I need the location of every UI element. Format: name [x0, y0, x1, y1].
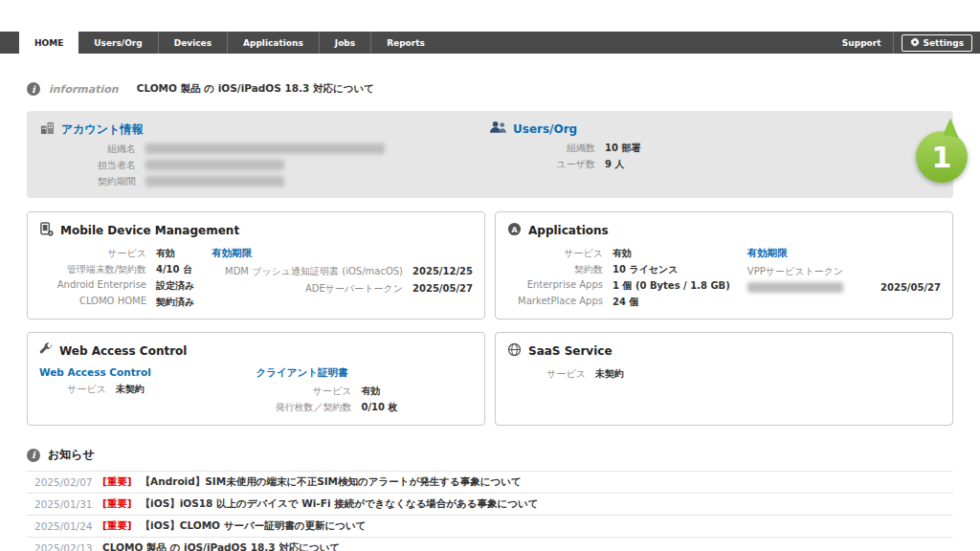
mdm-expiry-section: 有効期限 MDM プッシュ通知証明書 (iOS/macOS) 2025/12/2… [212, 247, 473, 309]
announcement-row[interactable]: 2025/02/13 CLOMO 製品 の iOS/iPadOS 18.3 対応… [27, 538, 953, 551]
top-navbar: HOME Users/Org Devices Applications Jobs… [0, 32, 980, 54]
clomo-home-dashboard: HOME Users/Org Devices Applications Jobs… [0, 32, 980, 551]
information-text[interactable]: CLOMO 製品 の iOS/iPadOS 18.3 対応について [137, 82, 374, 96]
apps-expiry-title: 有効期限 [747, 247, 941, 260]
saas-rows: サービス 未契約 [532, 367, 941, 381]
field-label: 契約期間 [78, 175, 136, 188]
applications-card: A Applications サービス 有効 契約数 10 ライセンス Ente… [495, 211, 953, 320]
apps-marketplace-value: 24 個 [612, 296, 730, 309]
announcements-section: i お知らせ 2025/02/07 [重要] 【Android】SIM未使用の端… [27, 447, 953, 551]
support-link[interactable]: Support [831, 32, 894, 54]
settings-button[interactable]: Settings [902, 34, 972, 52]
gear-icon [910, 37, 920, 49]
tab-applications[interactable]: Applications [227, 32, 319, 54]
apps-expiry-section: 有効期限 VPPサービストークン 2025/05/27 [747, 247, 941, 309]
field-label: Android Enterprise [39, 279, 146, 293]
info-icon: i [27, 449, 40, 462]
cert-service-value: 有効 [362, 385, 474, 398]
announcement-row[interactable]: 2025/01/24 [重要] 【iOS】CLOMO サーバー証明書の更新につい… [27, 516, 953, 538]
mdm-service-value: 有効 [156, 247, 194, 260]
announcement-date: 2025/01/24 [34, 520, 94, 532]
applications-rows: サービス 有効 契約数 10 ライセンス Enterprise Apps 1 個… [507, 247, 730, 309]
tab-users-org[interactable]: Users/Org [78, 32, 157, 54]
step-1-callout: 1 [916, 131, 968, 183]
web-access-control-card: Web Access Control Web Access Control サー… [27, 332, 485, 426]
information-label: information [49, 83, 119, 96]
field-label: 契約数 [507, 263, 603, 276]
announcement-row[interactable]: 2025/01/31 [重要] 【iOS】iOS18 以上のデバイスで Wi-F… [27, 494, 953, 516]
nav-tabs: HOME Users/Org Devices Applications Jobs… [19, 32, 440, 54]
users-icon [490, 121, 506, 137]
redacted-org-name [145, 143, 490, 156]
info-icon: i [27, 82, 40, 96]
tab-home[interactable]: HOME [19, 32, 78, 54]
field-label: サービス [53, 383, 106, 396]
cards-row-2: Web Access Control Web Access Control サー… [27, 332, 953, 426]
settings-label: Settings [924, 38, 964, 48]
announcement-title: 【iOS】CLOMO サーバー証明書の更新について [141, 519, 367, 533]
redacted-contract-period [145, 175, 490, 188]
step-number: 1 [932, 141, 952, 174]
wac-left-link[interactable]: Web Access Control [39, 366, 256, 378]
important-badge: [重要] [102, 519, 132, 533]
announcements-title: お知らせ [48, 447, 95, 463]
field-label: サービス [507, 247, 603, 260]
mdm-card: Mobile Device Management サービス 有効 管理端末数/契… [27, 211, 485, 320]
mdm-home-value: 契約済み [156, 296, 194, 309]
field-label: サービス [532, 367, 586, 381]
cert-issued-value: 0/10 枚 [362, 401, 474, 414]
field-label: 組織名 [78, 143, 136, 156]
cards-row-1: Mobile Device Management サービス 有効 管理端末数/契… [27, 211, 953, 320]
announcements-header: i お知らせ [27, 447, 953, 463]
expiry-row: ADEサーバートークン 2025/05/27 [212, 282, 473, 296]
saas-service-value: 未契約 [595, 367, 941, 381]
mdm-devices-value: 4/10 台 [156, 263, 194, 276]
announcement-title: 【iOS】iOS18 以上のデバイスで Wi-Fi 接続ができなくなる場合がある… [141, 497, 539, 511]
tab-reports[interactable]: Reports [370, 32, 440, 54]
nav-right: Support Settings [831, 32, 972, 54]
saas-title-text: SaaS Service [528, 344, 612, 358]
user-count-value: 9 人 [605, 158, 940, 171]
mdm-title-text: Mobile Device Management [60, 224, 239, 237]
field-label: ユーザ数 [538, 158, 595, 171]
redacted-contact-name [145, 159, 490, 172]
important-badge: [重要] [102, 475, 132, 489]
wrench-icon [39, 342, 53, 359]
users-org-section: Users/Org 組織数 10 部署 ユーザ数 9 人 [490, 121, 940, 188]
vpp-token-date: 2025/05/27 [880, 282, 941, 293]
client-cert-rows: サービス 有効 発行枚数／契約数 0/10 枚 [256, 385, 474, 414]
main-content: i information CLOMO 製品 の iOS/iPadOS 18.3… [0, 54, 980, 551]
field-label: MDM プッシュ通知証明書 (iOS/macOS) [212, 265, 403, 278]
org-count-value: 10 部署 [605, 142, 940, 155]
announcement-date: 2025/02/07 [34, 476, 94, 488]
saas-card-title: SaaS Service [507, 342, 941, 360]
field-label: 組織数 [538, 142, 595, 155]
wac-card-title: Web Access Control [39, 342, 473, 359]
account-info-title[interactable]: アカウント情報 [40, 121, 490, 138]
announcement-row[interactable]: 2025/02/07 [重要] 【Android】SIM未使用の端末に不正SIM… [27, 472, 953, 494]
field-label: ADEサーバートークン [212, 282, 403, 296]
mdm-ade-token-date: 2025/05/27 [412, 283, 473, 294]
saas-service-card: SaaS Service サービス 未契約 [495, 332, 953, 426]
announcement-date: 2025/02/13 [34, 542, 94, 551]
client-cert-link[interactable]: クライアント証明書 [256, 366, 474, 380]
wac-title-text: Web Access Control [59, 344, 187, 358]
announcement-title: CLOMO 製品 の iOS/iPadOS 18.3 対応について [102, 541, 340, 551]
tab-jobs[interactable]: Jobs [319, 32, 370, 54]
wac-left-rows: サービス 未契約 [53, 383, 256, 396]
applications-title-text: Applications [528, 224, 609, 237]
account-info-section: アカウント情報 組織名 担当者名 契約期間 [40, 121, 490, 188]
globe-icon [507, 342, 522, 360]
mdm-expiry-title: 有効期限 [212, 247, 473, 260]
mdm-rows: サービス 有効 管理端末数/契約数 4/10 台 Android Enterpr… [39, 247, 194, 309]
users-org-title[interactable]: Users/Org [490, 121, 940, 137]
field-label: サービス [256, 385, 352, 398]
apps-license-value: 10 ライセンス [612, 263, 730, 276]
wac-service-value: 未契約 [116, 383, 256, 396]
vpp-token-row: 2025/05/27 [747, 282, 941, 293]
wac-right-column: クライアント証明書 サービス 有効 発行枚数／契約数 0/10 枚 [256, 366, 474, 414]
tab-devices[interactable]: Devices [158, 32, 227, 54]
field-label: Enterprise Apps [507, 279, 603, 293]
account-info-title-text: アカウント情報 [61, 121, 143, 138]
account-info-rows: 組織名 担当者名 契約期間 [78, 143, 490, 188]
